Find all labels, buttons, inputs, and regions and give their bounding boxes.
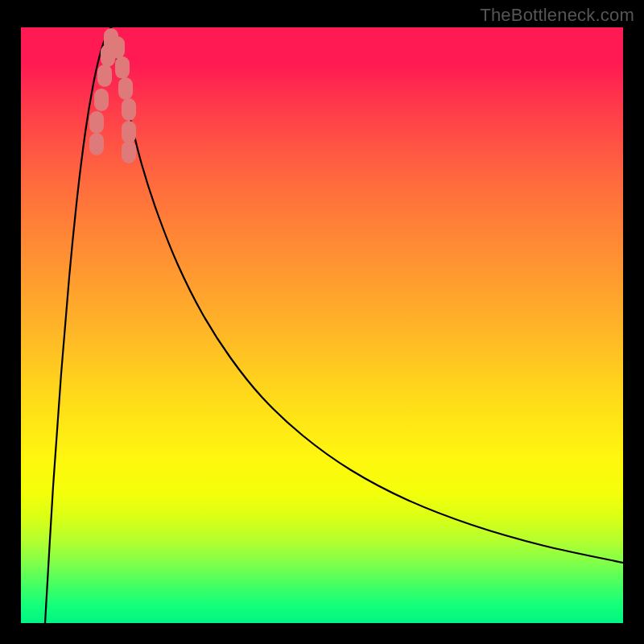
data-marker xyxy=(122,98,136,121)
data-marker xyxy=(97,64,112,87)
data-marker xyxy=(122,141,136,163)
data-marker xyxy=(89,111,104,134)
data-marker xyxy=(94,89,109,111)
data-marker xyxy=(122,121,136,143)
data-marker xyxy=(118,77,133,100)
data-marker xyxy=(89,133,104,155)
marker-layer xyxy=(21,27,623,623)
chart-frame: TheBottleneck.com xyxy=(0,0,644,644)
plot-area xyxy=(21,27,623,623)
watermark-text: TheBottleneck.com xyxy=(480,5,634,26)
data-marker xyxy=(115,56,130,79)
data-marker xyxy=(110,36,125,59)
